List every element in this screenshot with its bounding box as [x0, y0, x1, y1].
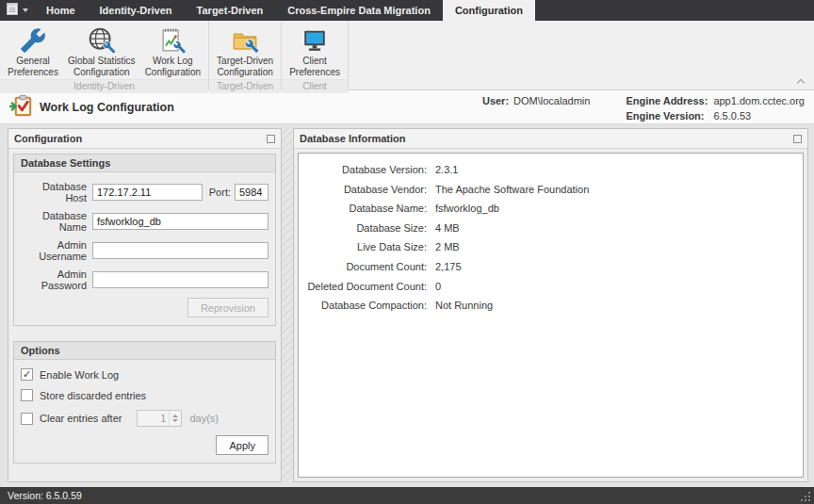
admin-password-row: Admin Password — [21, 268, 269, 291]
database-name-label: Database Name — [21, 210, 87, 233]
tab-configuration[interactable]: Configuration — [443, 0, 535, 21]
clipboard-check-icon — [9, 94, 34, 121]
admin-username-label: Admin Username — [21, 239, 87, 262]
ribbon-button-global-statistics-configuration[interactable]: Global Statistics Configuration — [63, 24, 140, 79]
database-host-input[interactable] — [92, 184, 203, 201]
admin-username-row: Admin Username — [21, 239, 269, 262]
configuration-panel-header: Configuration — [8, 129, 281, 149]
tab-cross-empire-data-migration[interactable]: Cross-Empire Data Migration — [275, 0, 443, 21]
tab-target-driven[interactable]: Target-Driven — [185, 0, 276, 21]
ribbon-button-label: Global Statistics — [68, 56, 136, 67]
ribbon-group-identity-driven: General Preferences Global Statistics — [0, 21, 209, 89]
popout-icon[interactable] — [267, 135, 275, 143]
database-information-header: Database Information — [294, 129, 807, 149]
database-information-body: Database Version:2.3.1 Database Vendor:T… — [294, 149, 807, 481]
enable-work-log-label: Enable Work Log — [40, 369, 119, 381]
info-row: Database Name:fsfworklog_db — [306, 199, 795, 219]
ribbon-tab-bar: Home Identity-Driven Target-Driven Cross… — [0, 0, 814, 21]
apply-button[interactable]: Apply — [216, 435, 269, 455]
ribbon-button-client-preferences[interactable]: Client Preferences — [285, 24, 345, 79]
ribbon-button-target-driven-configuration[interactable]: Target-Driven Configuration — [212, 24, 278, 79]
collapse-ribbon-button[interactable] — [798, 78, 806, 85]
engine-address-value: app1.dom.cctec.org — [713, 95, 805, 106]
ribbon: General Preferences Global Statistics — [0, 21, 814, 90]
page-header: Work Log Configuration User:DOM\localadm… — [0, 90, 814, 124]
spinner-up-icon[interactable] — [172, 415, 178, 417]
tab-identity-driven[interactable]: Identity-Driven — [88, 0, 185, 21]
database-information-panel: Database Information Database Version:2.… — [293, 128, 808, 482]
info-row: Deleted Document Count:0 — [306, 277, 795, 297]
resize-grip[interactable] — [800, 491, 810, 501]
ribbon-group-label: Target-Driven — [209, 79, 281, 93]
info-value: 4 MB — [435, 219, 460, 238]
clear-entries-checkbox[interactable] — [21, 413, 33, 425]
app-menu-icon — [7, 2, 20, 19]
database-information-title: Database Information — [300, 133, 405, 144]
info-label: Database Name: — [306, 199, 427, 219]
spinner-down-icon[interactable] — [172, 419, 178, 422]
store-discarded-label: Store discarded entries — [40, 390, 146, 401]
ribbon-button-label: Work Log — [153, 56, 193, 67]
admin-password-label: Admin Password — [21, 268, 87, 291]
ribbon-button-general-preferences[interactable]: General Preferences — [3, 24, 63, 79]
ribbon-button-label: Preferences — [289, 67, 340, 78]
chevron-down-icon — [23, 8, 28, 12]
ribbon-button-label: Client — [302, 56, 327, 67]
configuration-panel: Configuration Database Settings Database… — [8, 128, 282, 482]
popout-icon[interactable] — [793, 135, 802, 143]
info-value: 2,175 — [435, 257, 462, 277]
ribbon-group-buttons: Client Preferences — [282, 21, 348, 79]
options-group: Options ✓ Enable Work Log Store discarde… — [13, 341, 276, 463]
ribbon-group-buttons: Target-Driven Configuration — [209, 21, 281, 79]
reprovision-button[interactable]: Reprovision — [187, 298, 269, 317]
user-info: User:DOM\localadmin — [482, 95, 590, 122]
info-row: Database Size:4 MB — [306, 219, 795, 238]
ribbon-button-label: Configuration — [217, 67, 272, 78]
user-value: DOM\localadmin — [513, 95, 590, 106]
app-menu-button[interactable] — [0, 0, 34, 21]
apply-row: Apply — [21, 435, 269, 455]
application-window: Home Identity-Driven Target-Driven Cross… — [0, 0, 814, 504]
info-row: Database Compaction:Not Running — [306, 296, 795, 316]
clear-entries-label: Clear entries after — [40, 413, 122, 424]
ribbon-group-client: Client Preferences Client — [282, 21, 349, 89]
admin-username-input[interactable] — [92, 242, 269, 259]
info-label: Database Version: — [306, 160, 427, 180]
port-input[interactable] — [235, 184, 269, 201]
engine-version-info: Engine Version:6.5.0.53 — [626, 110, 805, 122]
info-value: 0 — [435, 277, 441, 297]
ribbon-group-label: Client — [282, 79, 348, 93]
enable-work-log-checkbox[interactable]: ✓ — [21, 368, 33, 381]
clear-days-suffix: day(s) — [189, 413, 219, 424]
store-discarded-checkbox[interactable] — [21, 389, 33, 401]
ribbon-button-work-log-configuration[interactable]: Work Log Configuration — [140, 24, 205, 79]
database-host-row: Database Host Port: — [21, 181, 269, 203]
info-row: Live Data Size:2 MB — [306, 237, 795, 257]
info-label: Database Compaction: — [306, 296, 427, 316]
main-content: Configuration Database Settings Database… — [0, 124, 814, 487]
status-bar: Version: 6.5.0.59 — [0, 487, 814, 504]
options-body: ✓ Enable Work Log Store discarded entrie… — [14, 360, 275, 463]
monitor-icon — [301, 24, 329, 56]
tab-home[interactable]: Home — [34, 0, 88, 21]
ribbon-group-label: Identity-Driven — [0, 79, 208, 93]
clear-days-stepper[interactable]: 1 — [137, 410, 182, 427]
database-settings-header: Database Settings — [14, 154, 275, 172]
info-label: Document Count: — [306, 257, 427, 277]
info-row: Document Count:2,175 — [306, 257, 795, 277]
panel-splitter[interactable] — [282, 128, 293, 482]
user-label: User: — [482, 95, 509, 106]
engine-address-info: Engine Address:app1.dom.cctec.org — [626, 95, 805, 106]
reprovision-row: Reprovision — [21, 298, 269, 317]
admin-password-input[interactable] — [92, 271, 269, 288]
globe-config-icon — [88, 24, 116, 56]
store-discarded-row: Store discarded entries — [21, 389, 269, 401]
enable-work-log-row: ✓ Enable Work Log — [21, 368, 269, 381]
info-row: Database Vendor:The Apache Software Foun… — [306, 180, 795, 200]
database-name-input[interactable] — [92, 213, 269, 230]
database-settings-group: Database Settings Database Host Port: Da… — [13, 154, 276, 326]
ribbon-group-target-driven: Target-Driven Configuration Target-Drive… — [209, 21, 282, 89]
options-header: Options — [14, 342, 275, 360]
port-label: Port: — [209, 187, 231, 198]
folder-config-icon — [231, 24, 259, 56]
